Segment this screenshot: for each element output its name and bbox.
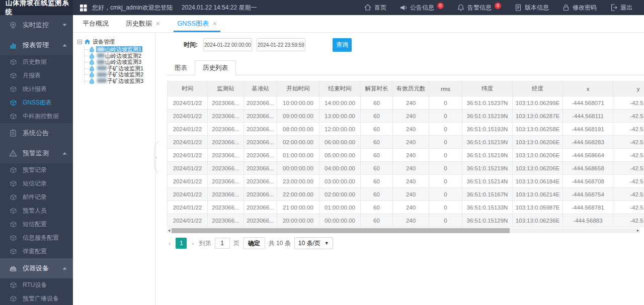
cube-icon	[10, 86, 17, 92]
menu-rtu-devices[interactable]: RTU设备	[0, 278, 73, 292]
menu-realtime-monitor[interactable]: 实时监控	[0, 15, 73, 35]
warning-icon	[9, 149, 17, 157]
cube-icon	[10, 295, 17, 302]
table-cell: 10:00:00.00	[277, 96, 319, 110]
table-row[interactable]: 2024/01/222023066...2023066...01:00:00.0…	[168, 149, 644, 162]
prev-page-icon[interactable]: ‹	[167, 240, 172, 247]
tree-collapse-icon	[77, 40, 82, 44]
table-row[interactable]: 2024/01/222023066...2023066...08:00:00.0…	[168, 123, 644, 136]
tree-item-station-6[interactable]: 子矿边坡监测3	[85, 78, 155, 84]
menu-instrument-devices[interactable]: 仪器设备	[0, 258, 73, 278]
table-row[interactable]: 2024/01/222023066...2023066...20:00:00.0…	[168, 214, 644, 227]
droplet-icon	[89, 53, 95, 59]
scroll-right-icon[interactable]: ▸	[636, 228, 640, 233]
tab-close-icon[interactable]: ✕	[155, 21, 160, 27]
menu-popup-config[interactable]: 弹窗配置	[0, 245, 73, 258]
table-cell: 103:13:0.06214E	[513, 188, 563, 201]
table-row[interactable]: 2024/01/222023066...2023066...22:00:00.0…	[168, 188, 644, 201]
redacted-text	[97, 72, 107, 77]
menu-warning-monitor[interactable]: 预警监测	[0, 143, 73, 163]
menu-history-data[interactable]: 历史数据	[0, 55, 73, 69]
table-cell: 21:00:00.00	[277, 201, 319, 214]
table-cell: 2024/01/22	[168, 136, 208, 149]
menu-monthly-report[interactable]: 月报表	[0, 69, 73, 82]
menu-system-notice[interactable]: 系统公告	[0, 123, 73, 143]
next-page-icon[interactable]: ›	[190, 240, 195, 247]
tab-history-list[interactable]: 历史列表	[195, 60, 236, 75]
menu-email-records[interactable]: 邮件记录	[0, 190, 73, 204]
menu-report-management[interactable]: 报表管理	[0, 35, 73, 55]
cube-icon	[10, 235, 17, 241]
tree-item-station-2[interactable]: 山岭边坡监测2	[85, 53, 155, 59]
page-1-button[interactable]: 1	[176, 238, 187, 249]
table-cell: 2024/01/22	[168, 149, 208, 162]
pagination: ‹ 1 › 到第 页 确定 共 10 条 10 条/页 ▼	[167, 237, 644, 249]
table-row[interactable]: 2024/01/222023066...2023066...09:00:00.0…	[168, 110, 644, 123]
table-cell: 2024/01/22	[168, 110, 208, 123]
tree-root-device-management[interactable]: 设备管理	[77, 38, 155, 46]
greeting-text: 您好，cmkj_admin欢迎您登陆	[92, 4, 173, 12]
table-cell: -42.51	[613, 149, 644, 162]
page-size-select[interactable]: 10 条/页 ▼	[294, 237, 333, 249]
nav-announcements[interactable]: 公告信息0	[393, 0, 450, 15]
badge-count: 0	[495, 3, 501, 9]
tab-chart[interactable]: 图表	[167, 60, 195, 75]
end-time-input[interactable]	[257, 38, 305, 51]
table-cell: 103:13:0.06206E	[513, 149, 563, 162]
menu-info-service-config[interactable]: 信息服务配置	[0, 231, 73, 245]
query-button[interactable]: 查询	[333, 38, 352, 52]
table-cell: 2024/01/22	[168, 188, 208, 201]
table-cell: 36:51:0.15129N	[462, 214, 513, 227]
tab-history-data[interactable]: 历史数据✕	[117, 15, 169, 32]
menu-sms-config[interactable]: 短信配置	[0, 218, 73, 231]
table-cell: -444.568071	[563, 96, 613, 110]
table-cell: 06:00:00.00	[319, 136, 361, 149]
chevron-down	[62, 24, 67, 27]
tree-item-station-4[interactable]: 子矿边坡监测1	[85, 65, 155, 72]
table-row[interactable]: 2024/01/222023066...2023066...00:00:00.0…	[168, 162, 644, 175]
menu-warning-personnel[interactable]: 预警人员	[0, 204, 73, 218]
announce-icon	[399, 4, 408, 12]
menu-sms-records[interactable]: 短信记录	[0, 177, 73, 190]
nav-alerts[interactable]: 告警信息0	[450, 0, 508, 15]
cube-icon	[10, 59, 17, 65]
table-row[interactable]: 2024/01/222023066...2023066...02:00:00.0…	[168, 136, 644, 149]
tab-close-icon[interactable]: ✕	[212, 21, 217, 27]
scrollbar-track[interactable]	[171, 228, 636, 233]
table-row[interactable]: 2024/01/222023066...2023066...10:00:00.0…	[168, 96, 644, 110]
apps-grid-icon[interactable]	[79, 4, 87, 12]
menu-gnss-chart[interactable]: GNSS图表	[0, 96, 73, 110]
goto-page-input[interactable]	[215, 238, 230, 249]
table-row[interactable]: 2024/01/222023066...2023066...23:00:00.0…	[168, 175, 644, 188]
table-cell: 60	[361, 188, 393, 201]
scrollbar-thumb[interactable]	[172, 228, 510, 233]
menu-statistics-report[interactable]: 统计报表	[0, 82, 73, 96]
nav-logout[interactable]: 退出	[603, 0, 639, 15]
menu-warning-records[interactable]: 预警记录	[0, 163, 73, 177]
table-row[interactable]: 2024/01/222023066...2023066...21:00:00.0…	[168, 201, 644, 214]
tree-item-station-1[interactable]: 山岭边坡监测1	[85, 46, 155, 53]
app-title: 山体滑坡在线监测系统	[0, 0, 73, 15]
table-cell: 12:00:00.00	[319, 123, 361, 136]
nav-change-password[interactable]: 修改密码	[555, 0, 603, 15]
scroll-left-icon[interactable]: ◂	[167, 228, 171, 233]
tree-item-station-3[interactable]: 山岭边坡监测3	[85, 59, 155, 65]
nav-item-label: 退出	[620, 4, 632, 12]
tab-gnss-chart[interactable]: GNSS图表✕	[169, 15, 225, 32]
nav-item-label: 修改密码	[573, 4, 597, 12]
droplet-icon	[89, 46, 95, 52]
menu-zhongke-data[interactable]: 中科测控数据	[0, 110, 73, 123]
start-time-input[interactable]	[203, 38, 252, 51]
menu-warning-broadcast-devices[interactable]: 预警广播设备	[0, 292, 73, 305]
tab-platform-overview[interactable]: 平台概况	[74, 15, 117, 32]
nav-home[interactable]: 首页	[357, 0, 393, 15]
tree-item-station-5[interactable]: 子矿边坡监测2	[85, 71, 155, 78]
table-cell: 240	[393, 162, 429, 175]
horizontal-scrollbar[interactable]: ◂ ▸	[167, 228, 640, 233]
table-cell: 36:51:0.15193N	[462, 123, 513, 136]
tree-item-label: 山岭边坡监测1	[105, 46, 141, 52]
table-cell: -444.568664	[563, 149, 613, 162]
history-table: 时间监测站基准站开始时间结束时间解算时长有效历元数rms纬度经度xy 2024/…	[167, 81, 644, 227]
confirm-page-button[interactable]: 确定	[243, 237, 265, 249]
nav-version[interactable]: 版本信息	[508, 0, 555, 15]
